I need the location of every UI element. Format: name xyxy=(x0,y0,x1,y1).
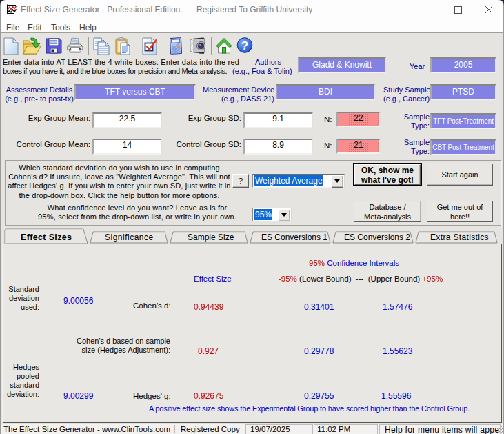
svg-text:?: ? xyxy=(241,39,248,52)
